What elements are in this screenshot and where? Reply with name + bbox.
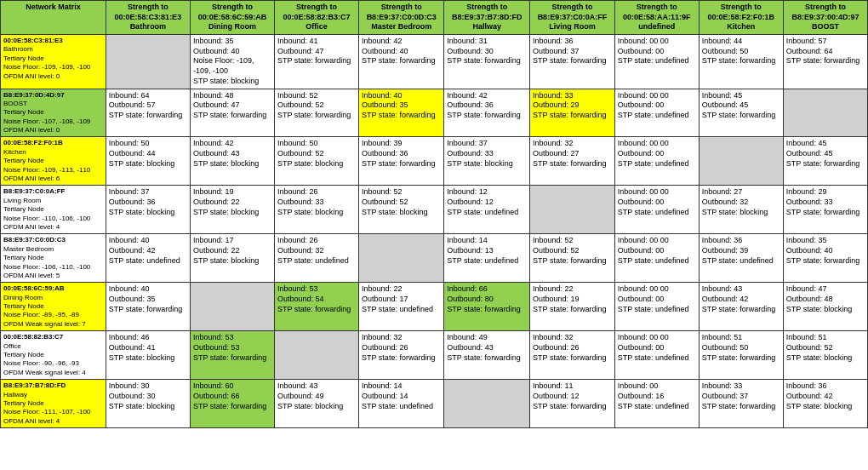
row-header: 00:0E:58:82:B3:C7 Office Tertiary Node N… xyxy=(1,331,106,380)
data-cell: Inbound: 29Outbound: 33STP state: forwar… xyxy=(783,186,867,234)
data-cell xyxy=(106,35,190,89)
data-cell: Inbound: 42Outbound: 43STP state: blocki… xyxy=(190,137,274,186)
data-cell: Inbound: 52Outbound: 52STP state: forwar… xyxy=(274,89,358,137)
data-cell: Inbound: 22Outbound: 17STP state: undefi… xyxy=(359,283,444,331)
data-cell: Inbound: 00 00Outbound: 00STP state: und… xyxy=(614,234,699,283)
column-headers: Network Matrix Strength to00:0E:58:C3:81… xyxy=(1,1,868,35)
table-row: 00:0E:58:F2:F0:1B Kitchen Tertiary Node … xyxy=(1,137,868,186)
data-cell: Inbound: 31Outbound: 30STP state: forwar… xyxy=(444,35,530,89)
data-cell: Inbound: 48Outbound: 47STP state: forwar… xyxy=(190,89,274,137)
data-cell: Inbound: 37Outbound: 36STP state: blocki… xyxy=(106,186,190,234)
row-header: B8:E9:37:C0:0A:FF Living Room Tertiary N… xyxy=(1,186,106,234)
data-cell: Inbound: 00 00Outbound: 00STP state: und… xyxy=(614,186,699,234)
table-row: 00:0E:58:C3:81:E3 Bathroom Tertiary Node… xyxy=(1,35,868,89)
table-row: B8:E9:37:0D:4D:97 BOOST Tertiary Node No… xyxy=(1,89,868,137)
data-cell: Inbound: 45Outbound: 45STP state: forwar… xyxy=(783,137,867,186)
col-header-8: Strength to00:0E:58:F2:F0:1BKitchen xyxy=(699,1,783,35)
row-header: B8:E9:37:0D:4D:97 BOOST Tertiary Node No… xyxy=(1,89,106,137)
col-header-5: Strength toB8:E9:37:B7:8D:FDHallway xyxy=(444,1,530,35)
data-cell: Inbound: 00 00Outbound: 00STP state: und… xyxy=(614,137,699,186)
data-cell: Inbound: 45Outbound: 45STP state: forwar… xyxy=(699,89,783,137)
data-cell: Inbound: 32Outbound: 27STP state: forwar… xyxy=(530,137,615,186)
data-cell: Inbound: 00Outbound: 16STP state: undefi… xyxy=(614,380,699,428)
col-header-4: Strength toB8:E9:37:C0:0D:C3Master Bedro… xyxy=(359,1,444,35)
data-cell: Inbound: 33Outbound: 29STP state: forwar… xyxy=(530,89,615,137)
data-cell: Inbound: 17Outbound: 22STP state: blocki… xyxy=(190,234,274,283)
data-cell: Inbound: 64Outbound: 57STP state: forwar… xyxy=(106,89,190,137)
data-cell: Inbound: 00 00Outbound: 00STP state: und… xyxy=(614,35,699,89)
data-cell: Inbound: 66Outbound: 80STP state: forwar… xyxy=(444,283,530,331)
data-cell: Inbound: 00 00Outbound: 00STP state: und… xyxy=(614,331,699,380)
col-header-3: Strength to00:0E:58:82:B3:C7Office xyxy=(274,1,358,35)
data-cell: Inbound: 50Outbound: 44STP state: blocki… xyxy=(106,137,190,186)
data-cell: Inbound: 14Outbound: 14STP state: undefi… xyxy=(359,380,444,428)
data-cell: Inbound: 36Outbound: 42STP state: blocki… xyxy=(783,380,867,428)
data-cell: Inbound: 27Outbound: 32STP state: blocki… xyxy=(699,186,783,234)
data-cell: Inbound: 41Outbound: 47STP state: forwar… xyxy=(274,35,358,89)
data-cell: Inbound: 37Outbound: 33STP state: blocki… xyxy=(444,137,530,186)
col-header-2: Strength to00:0E:58:6C:59:ABDining Room xyxy=(190,1,274,35)
network-matrix-table: Network Matrix Strength to00:0E:58:C3:81… xyxy=(0,0,868,428)
data-cell: Inbound: 50Outbound: 52STP state: blocki… xyxy=(274,137,358,186)
data-cell xyxy=(530,186,615,234)
table-row: B8:E9:37:C0:0D:C3 Master Bedroom Tertiar… xyxy=(1,234,868,283)
data-cell: Inbound: 12Outbound: 12STP state: undefi… xyxy=(444,186,530,234)
row-header: B8:E9:37:C0:0D:C3 Master Bedroom Tertiar… xyxy=(1,234,106,283)
data-cell: Inbound: 51Outbound: 50STP state: forwar… xyxy=(699,331,783,380)
data-cell: Inbound: 53Outbound: 53STP state: forwar… xyxy=(190,331,274,380)
data-cell: Inbound: 40Outbound: 35STP state: forwar… xyxy=(359,89,444,137)
data-cell: Inbound: 26Outbound: 32STP state: undefi… xyxy=(274,234,358,283)
data-cell xyxy=(359,234,444,283)
data-cell: Inbound: 52Outbound: 52STP state: forwar… xyxy=(530,234,615,283)
data-cell: Inbound: 19Outbound: 22STP state: blocki… xyxy=(190,186,274,234)
data-cell: Inbound: 26Outbound: 33STP state: blocki… xyxy=(274,186,358,234)
data-cell: Inbound: 39Outbound: 36STP state: forwar… xyxy=(359,137,444,186)
data-cell: Inbound: 00 00Outbound: 00STP state: und… xyxy=(614,283,699,331)
data-cell: Inbound: 47Outbound: 48STP state: blocki… xyxy=(783,283,867,331)
data-cell: Inbound: 60Outbound: 66STP state: forwar… xyxy=(190,380,274,428)
col-header-6: Strength toB8:E9:37:C0:0A:FFLiving Room xyxy=(530,1,615,35)
data-cell xyxy=(190,283,274,331)
data-cell: Inbound: 51Outbound: 52STP state: blocki… xyxy=(783,331,867,380)
data-cell: Inbound: 33Outbound: 37STP state: forwar… xyxy=(699,380,783,428)
data-cell: Inbound: 43Outbound: 42STP state: forwar… xyxy=(699,283,783,331)
table-row: 00:0E:58:6C:59:AB Dining Room Tertiary N… xyxy=(1,283,868,331)
data-cell: Inbound: 40Outbound: 42STP state: undefi… xyxy=(106,234,190,283)
title-cell: Network Matrix xyxy=(1,1,106,35)
data-cell: Inbound: 42Outbound: 40STP state: forwar… xyxy=(359,35,444,89)
data-cell: Inbound: 36Outbound: 37STP state: forwar… xyxy=(530,35,615,89)
row-header: 00:0E:58:C3:81:E3 Bathroom Tertiary Node… xyxy=(1,35,106,89)
data-cell: Inbound: 53Outbound: 54STP state: forwar… xyxy=(274,283,358,331)
col-header-1: Strength to00:0E:58:C3:81:E3Bathroom xyxy=(106,1,190,35)
data-cell: Inbound: 32Outbound: 26STP state: forwar… xyxy=(359,331,444,380)
data-cell: Inbound: 57Outbound: 64STP state: forwar… xyxy=(783,35,867,89)
row-header: 00:0E:58:F2:F0:1B Kitchen Tertiary Node … xyxy=(1,137,106,186)
col-header-7: Strength to00:0E:58:AA:11:9Fundefined xyxy=(614,1,699,35)
data-cell: Inbound: 36Outbound: 39STP state: undefi… xyxy=(699,234,783,283)
table-row: B8:E9:37:B7:8D:FD Hallway Tertiary Node … xyxy=(1,380,868,428)
data-cell xyxy=(699,137,783,186)
data-cell xyxy=(783,89,867,137)
data-cell: Inbound: 49Outbound: 43STP state: forwar… xyxy=(444,331,530,380)
data-cell: Inbound: 43Outbound: 49STP state: blocki… xyxy=(274,380,358,428)
data-cell: Inbound: 52Outbound: 52STP state: blocki… xyxy=(359,186,444,234)
data-cell: Inbound: 35Outbound: 40Noise Floor: -109… xyxy=(190,35,274,89)
data-cell: Inbound: 11Outbound: 12STP state: forwar… xyxy=(530,380,615,428)
row-header: B8:E9:37:B7:8D:FD Hallway Tertiary Node … xyxy=(1,380,106,428)
data-cell: Inbound: 46Outbound: 41STP state: blocki… xyxy=(106,331,190,380)
data-cell: Inbound: 32Outbound: 26STP state: forwar… xyxy=(530,331,615,380)
col-header-9: Strength toB8:E9:37:00:4D:97BOOST xyxy=(783,1,867,35)
row-header: 00:0E:58:6C:59:AB Dining Room Tertiary N… xyxy=(1,283,106,331)
data-cell: Inbound: 00 00Outbound: 00STP state: und… xyxy=(614,89,699,137)
data-cell: Inbound: 44Outbound: 50STP state: forwar… xyxy=(699,35,783,89)
data-cell xyxy=(444,380,530,428)
data-cell: Inbound: 42Outbound: 36STP state: forwar… xyxy=(444,89,530,137)
data-cell xyxy=(274,331,358,380)
data-cell: Inbound: 40Outbound: 35STP state: forwar… xyxy=(106,283,190,331)
data-cell: Inbound: 22Outbound: 19STP state: forwar… xyxy=(530,283,615,331)
data-cell: Inbound: 30Outbound: 30STP state: blocki… xyxy=(106,380,190,428)
data-cell: Inbound: 14Outbound: 13STP state: undefi… xyxy=(444,234,530,283)
table-row: 00:0E:58:82:B3:C7 Office Tertiary Node N… xyxy=(1,331,868,380)
data-cell: Inbound: 35Outbound: 40STP state: forwar… xyxy=(783,234,867,283)
table-row: B8:E9:37:C0:0A:FF Living Room Tertiary N… xyxy=(1,186,868,234)
